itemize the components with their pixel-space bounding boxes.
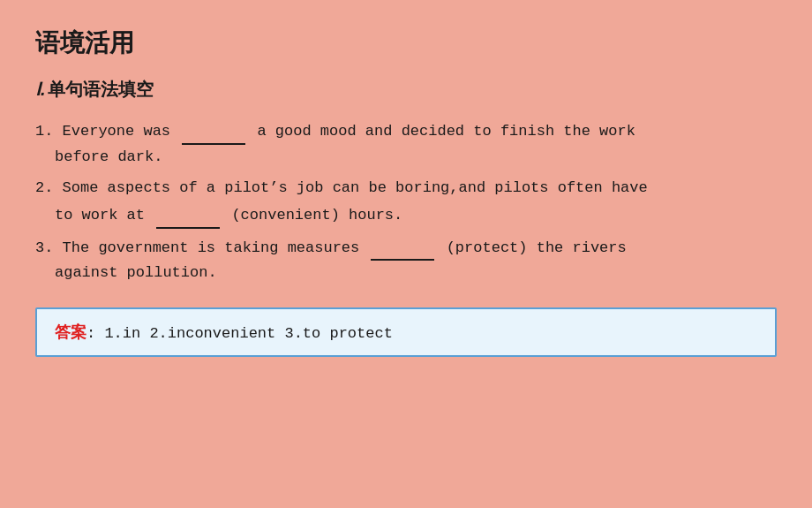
q3-blank <box>371 234 434 262</box>
question-3: 3. The government is taking measures (pr… <box>35 234 777 287</box>
q2-num: 2. <box>35 179 53 196</box>
main-container: 语境活用 Ⅰ.单句语法填空 1. Everyone was a good moo… <box>0 0 812 508</box>
q3-text-before: The government is taking measures <box>63 239 360 256</box>
q3-text-after: (protect) the rivers <box>447 239 627 256</box>
q3-continuation: against pollution. <box>35 261 777 286</box>
answer-label: 答案 <box>55 323 86 341</box>
answer-text: 1.in 2.inconvenient 3.to protect <box>104 325 392 342</box>
section-label: 单句语法填空 <box>48 80 154 99</box>
q3-num: 3. <box>35 239 53 256</box>
main-title: 语境活用 <box>35 27 777 60</box>
answer-colon: : <box>86 325 95 342</box>
q2-blank <box>156 201 220 229</box>
q1-blank <box>182 118 245 145</box>
q2-text-line1: Some aspects of a pilot’s job can be bor… <box>63 179 648 196</box>
q1-continuation: before dark. <box>35 145 777 171</box>
question-1: 1. Everyone was a good mood and decided … <box>35 118 777 171</box>
section-number: Ⅰ. <box>35 80 46 99</box>
question-2: 2. Some aspects of a pilot’s job can be … <box>35 176 777 229</box>
answer-box: 答案: 1.in 2.inconvenient 3.to protect <box>35 307 777 357</box>
q2-line2: to work at (convenient) hours. <box>35 201 777 229</box>
q1-text-after: a good mood and decided to finish the wo… <box>257 123 635 140</box>
q1-num: 1. <box>35 123 53 140</box>
questions-list: 1. Everyone was a good mood and decided … <box>35 118 777 286</box>
section-title: Ⅰ.单句语法填空 <box>35 78 777 102</box>
q1-text-before: Everyone was <box>63 123 170 140</box>
